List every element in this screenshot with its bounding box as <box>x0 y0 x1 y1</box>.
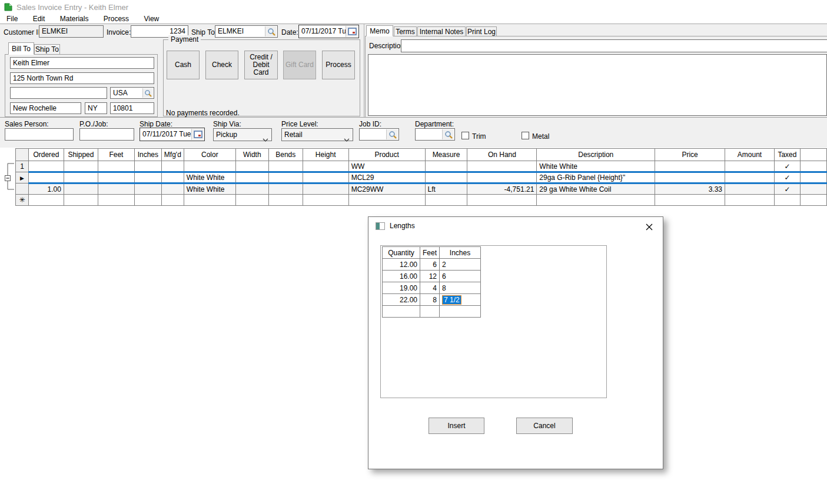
cell-mfgd[interactable] <box>161 195 184 206</box>
customer-id-field[interactable]: ELMKEI <box>39 25 104 38</box>
cell-height[interactable] <box>303 183 348 195</box>
cell-amount[interactable] <box>725 172 775 183</box>
cell-height[interactable] <box>303 195 348 206</box>
job-id-lookup-button[interactable] <box>386 129 398 139</box>
tab-ship-to[interactable]: Ship To <box>34 44 60 55</box>
trim-checkbox[interactable] <box>461 132 469 139</box>
inches-cell[interactable]: 6 <box>440 271 481 282</box>
quantity-cell[interactable]: 12.00 <box>383 259 420 271</box>
cell-feet[interactable] <box>98 161 134 172</box>
cell-width[interactable] <box>235 183 268 195</box>
cell-ordered[interactable] <box>28 172 64 183</box>
cell-on-hand[interactable] <box>467 172 537 183</box>
credit-debit-card-button[interactable]: Credit / Debit Card <box>244 51 278 79</box>
cell-shipped[interactable] <box>64 161 98 172</box>
cell-ordered[interactable] <box>28 195 64 206</box>
cell-taxed-checkmark[interactable]: ✓ <box>774 183 800 195</box>
cell-color[interactable] <box>184 161 235 172</box>
menu-materials[interactable]: Materials <box>54 14 95 24</box>
row-number-cell[interactable]: 1 <box>16 161 29 172</box>
cell-feet[interactable] <box>98 172 134 183</box>
cell-measure[interactable] <box>425 161 467 172</box>
cell-measure[interactable] <box>425 195 467 206</box>
cell-product[interactable]: WW <box>348 161 425 172</box>
cell-taxed-checkmark[interactable] <box>774 195 800 206</box>
cell-feet[interactable] <box>98 183 134 195</box>
cell-feet[interactable] <box>98 195 134 206</box>
department-lookup-button[interactable] <box>442 129 454 139</box>
cell-width[interactable] <box>235 161 268 172</box>
ship-date-calendar-button[interactable] <box>191 129 204 140</box>
memo-text-area[interactable] <box>368 54 827 116</box>
bill-to-name-field[interactable]: Keith Elmer <box>10 57 154 69</box>
cell-height[interactable] <box>303 161 348 172</box>
cell-shipped[interactable] <box>64 183 98 195</box>
date-field[interactable]: 07/11/2017 Tue <box>298 25 359 38</box>
inches-cell-editing[interactable]: 7 1/2 <box>440 294 481 306</box>
cell-height[interactable] <box>303 172 348 183</box>
ship-date-field[interactable]: 07/11/2017 Tue <box>140 128 205 141</box>
quantity-cell[interactable]: 22.00 <box>383 294 420 306</box>
menu-file[interactable]: File <box>0 14 24 24</box>
tab-terms[interactable]: Terms <box>394 26 417 36</box>
cell-bends[interactable] <box>268 172 303 183</box>
cell-measure[interactable]: Lft <box>425 183 467 195</box>
description-field[interactable] <box>401 39 827 52</box>
ship-to-lookup-button[interactable] <box>265 26 277 36</box>
cell-mfgd[interactable] <box>161 183 184 195</box>
row-indicator-cell[interactable] <box>16 183 29 195</box>
cell-width[interactable] <box>235 195 268 206</box>
cell-description[interactable]: 29ga G-Rib Panel {Height}'' <box>537 172 655 183</box>
cancel-button[interactable]: Cancel <box>516 418 573 434</box>
department-field[interactable] <box>415 128 455 141</box>
cell-width[interactable] <box>235 172 268 183</box>
cell-color[interactable] <box>184 195 235 206</box>
date-calendar-button[interactable] <box>346 26 358 37</box>
ship-via-dropdown[interactable]: Pickup <box>213 128 272 141</box>
cell-description[interactable] <box>537 195 655 206</box>
tab-print-log[interactable]: Print Log <box>466 26 497 36</box>
cell-product[interactable] <box>348 195 425 206</box>
tab-internal-notes[interactable]: Internal Notes <box>417 26 466 36</box>
cell-price[interactable] <box>655 161 725 172</box>
bill-to-address2-field[interactable] <box>10 87 107 99</box>
cell-mfgd[interactable] <box>161 161 184 172</box>
cell-amount[interactable] <box>725 161 775 172</box>
cell-inches[interactable] <box>134 161 161 172</box>
insert-button[interactable]: Insert <box>429 418 484 434</box>
cell-description[interactable]: White White <box>537 161 655 172</box>
ship-to-field[interactable]: ELMKEI <box>215 25 278 38</box>
cell-mfgd[interactable] <box>161 172 184 183</box>
feet-cell[interactable]: 8 <box>420 294 440 306</box>
zip-field[interactable]: 10801 <box>110 102 154 114</box>
quantity-cell[interactable]: 19.00 <box>383 282 420 294</box>
cell-ordered[interactable]: 1.00 <box>28 183 64 195</box>
menu-process[interactable]: Process <box>97 14 135 24</box>
feet-cell[interactable]: 4 <box>420 282 440 294</box>
city-field[interactable]: New Rochelle <box>10 102 81 114</box>
cell-product[interactable]: MCL29 <box>348 172 425 183</box>
tree-expand-cell[interactable] <box>2 172 16 183</box>
check-button[interactable]: Check <box>205 51 238 79</box>
inches-cell[interactable]: 2 <box>440 259 481 271</box>
cell-inches[interactable] <box>134 183 161 195</box>
metal-checkbox[interactable] <box>522 132 529 139</box>
country-field[interactable]: USA <box>110 87 154 99</box>
cell-product[interactable]: MC29WW <box>348 183 425 195</box>
inches-cell[interactable] <box>440 306 481 318</box>
cell-color[interactable]: White White <box>184 172 235 183</box>
menu-edit[interactable]: Edit <box>26 14 52 24</box>
cell-measure[interactable] <box>425 172 467 183</box>
cell-on-hand[interactable] <box>467 161 537 172</box>
sales-person-field[interactable] <box>5 128 74 141</box>
quantity-cell[interactable]: 16.00 <box>383 271 420 282</box>
job-id-field[interactable] <box>359 128 399 141</box>
quantity-cell[interactable] <box>383 306 420 318</box>
cell-amount[interactable] <box>725 183 775 195</box>
cell-price[interactable] <box>655 172 725 183</box>
cell-bends[interactable] <box>268 183 303 195</box>
cell-inches[interactable] <box>134 172 161 183</box>
cell-taxed-checkmark[interactable]: ✓ <box>774 161 800 172</box>
country-lookup-button[interactable] <box>142 88 153 98</box>
cell-price[interactable] <box>655 195 725 206</box>
